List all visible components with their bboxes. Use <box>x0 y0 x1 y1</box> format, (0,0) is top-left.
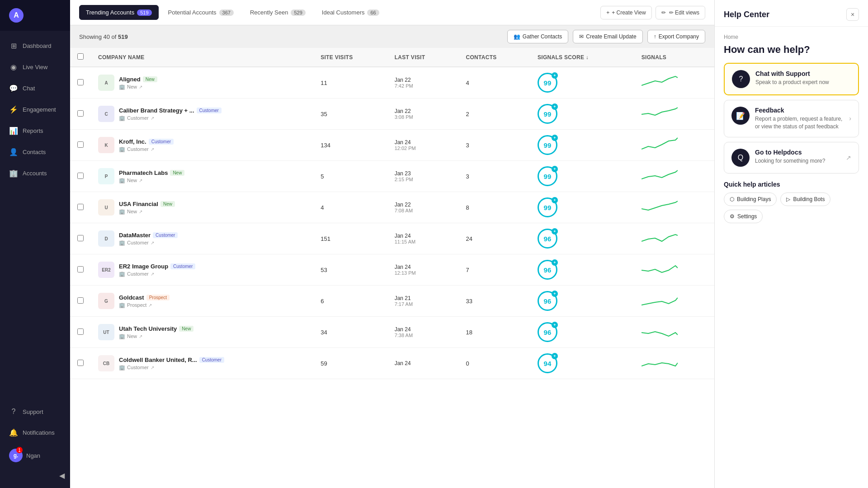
tab-label: Trending Accounts <box>86 9 134 16</box>
header-signals[interactable]: Signals <box>634 48 714 67</box>
sidebar-item-support[interactable]: ? Support <box>0 401 70 422</box>
help-center-header: Help Center × <box>715 0 868 27</box>
row-checkbox[interactable] <box>77 141 84 148</box>
contacts-cell: 18 <box>458 317 530 348</box>
feedback-card[interactable]: 📝 Feedback Report a problem, request a f… <box>724 100 859 137</box>
external-link-icon[interactable]: ↗ <box>148 303 152 308</box>
row-checkbox[interactable] <box>77 204 84 210</box>
row-checkbox[interactable] <box>77 235 84 241</box>
header-visits[interactable]: Site Visits <box>313 48 387 67</box>
external-link-icon[interactable]: ↗ <box>151 272 154 277</box>
tab-ideal-customers[interactable]: Ideal Customers 66 <box>315 5 386 20</box>
building-icon: 🏢 <box>119 365 125 371</box>
score-plus-icon: + <box>552 166 558 172</box>
edit-views-button[interactable]: ✏ ✏ Edit views <box>656 6 705 19</box>
quick-help-settings[interactable]: ⚙ Settings <box>724 210 763 223</box>
user-avatar-area[interactable]: g. Ngan 1 <box>0 443 70 468</box>
external-link-icon[interactable]: ↗ <box>139 84 142 89</box>
company-tag: New <box>143 76 157 82</box>
company-tag: Customer <box>170 263 195 269</box>
company-cell: ER2 ER2 Image Group Customer 🏢 Customer … <box>91 254 313 286</box>
signals-chart <box>642 168 678 183</box>
tab-trending-accounts[interactable]: Trending Accounts 519 <box>79 5 159 20</box>
header-score[interactable]: Signals Score ↓ <box>530 48 634 67</box>
company-info: USA Financial New 🏢 New ↗ <box>119 201 175 215</box>
tab-recently-seen[interactable]: Recently Seen 529 <box>243 5 312 20</box>
create-view-button[interactable]: + + Create View <box>600 6 652 19</box>
company-tag-label: New <box>127 209 137 214</box>
bots-icon: ▷ <box>786 196 790 202</box>
engagement-icon: ⚡ <box>9 105 18 114</box>
external-link-icon[interactable]: ↗ <box>151 365 154 370</box>
select-all-checkbox[interactable] <box>77 53 84 60</box>
row-checkbox[interactable] <box>77 110 84 117</box>
row-checkbox[interactable] <box>77 173 84 179</box>
last-visit-cell: Jan 23 2:15 PM <box>387 161 459 192</box>
row-checkbox[interactable] <box>77 266 84 272</box>
building-icon: 🏢 <box>119 240 125 246</box>
company-tag: Customer <box>199 357 224 363</box>
sidebar-item-dashboard[interactable]: ⊞ Dashboard <box>0 35 70 56</box>
quick-help-building-bots[interactable]: ▷ Building Bots <box>780 192 830 206</box>
contacts-cell: 3 <box>458 161 530 192</box>
row-checkbox[interactable] <box>77 297 84 304</box>
sidebar-item-chat[interactable]: 💬 Chat <box>0 78 70 99</box>
external-link-icon[interactable]: ↗ <box>151 147 154 152</box>
row-checkbox[interactable] <box>77 328 84 335</box>
company-tag-label: New <box>127 333 137 339</box>
help-center-close-button[interactable]: × <box>846 8 859 21</box>
tab-potential-accounts[interactable]: Potential Accounts 367 <box>161 5 241 20</box>
sidebar-item-notifications[interactable]: 🔔 Notifications <box>0 422 70 443</box>
create-email-button[interactable]: ✉ Create Email Update <box>573 30 642 43</box>
gather-contacts-button[interactable]: 👥 Gather Contacts <box>507 30 568 43</box>
export-button[interactable]: ↑ Export Company <box>647 30 705 43</box>
last-visit-time: 11:15 AM <box>395 239 452 244</box>
score-badge: 99 + <box>538 166 557 186</box>
last-visit-date: Jan 22 <box>395 108 452 114</box>
signals-chart <box>642 324 678 339</box>
company-logo: A <box>98 75 114 91</box>
sidebar-collapse-btn[interactable]: ◀ <box>0 468 70 483</box>
external-link-icon[interactable]: ↗ <box>139 209 142 214</box>
sidebar-item-accounts[interactable]: 🏢 Accounts <box>0 163 70 184</box>
company-tag: Customer <box>153 232 178 238</box>
sidebar-item-engagement[interactable]: ⚡ Engagement <box>0 99 70 120</box>
site-visits-cell: 34 <box>313 317 387 348</box>
app-logo-icon: A <box>9 8 24 23</box>
signals-cell <box>634 130 714 161</box>
quick-help-building-plays[interactable]: ⬡ Building Plays <box>724 192 777 206</box>
feedback-desc: Report a problem, request a feature, or … <box>755 115 844 131</box>
feedback-icon: 📝 <box>731 107 750 125</box>
last-visit-date: Jan 24 <box>395 139 452 145</box>
sidebar-nav: ⊞ Dashboard ◉ Live View 💬 Chat ⚡ Engagem… <box>0 31 70 401</box>
row-checkbox[interactable] <box>77 360 84 366</box>
company-name: Kroff, Inc. Customer <box>119 138 174 145</box>
chat-with-support-card[interactable]: ? Chat with Support Speak to a product e… <box>724 63 859 95</box>
external-link-icon[interactable]: ↗ <box>151 116 154 121</box>
external-link-icon[interactable]: ↗ <box>139 334 142 339</box>
external-link-icon[interactable]: ↗ <box>151 240 154 245</box>
row-checkbox[interactable] <box>77 79 84 85</box>
sidebar-item-reports[interactable]: 📊 Reports <box>0 120 70 141</box>
score-badge: 96 + <box>538 322 557 342</box>
header-contacts[interactable]: Contacts <box>458 48 530 67</box>
row-checkbox-cell <box>70 286 91 317</box>
signals-cell <box>634 161 714 192</box>
accounts-table: Company Name Site Visits Last Visit Cont… <box>70 48 714 379</box>
company-name: USA Financial New <box>119 201 175 207</box>
sidebar-item-contacts[interactable]: 👤 Contacts <box>0 141 70 163</box>
helpdocs-card[interactable]: Q Go to Helpdocs Looking for something m… <box>724 142 859 174</box>
help-center-panel: Help Center × Home How can we help? ? Ch… <box>714 0 868 488</box>
site-visits-cell: 151 <box>313 223 387 254</box>
last-visit-time: 7:42 PM <box>395 83 452 89</box>
sidebar-item-live-view[interactable]: ◉ Live View <box>0 56 70 78</box>
feedback-title: Feedback <box>755 107 844 114</box>
tab-count: 367 <box>219 9 234 16</box>
company-info: Pharmatech Labs New 🏢 New ↗ <box>119 169 184 183</box>
company-logo: C <box>98 106 114 122</box>
external-link-icon[interactable]: ↗ <box>139 178 142 183</box>
table-row: U USA Financial New 🏢 New ↗ 4 <box>70 192 714 223</box>
header-last-visit[interactable]: Last Visit <box>387 48 459 67</box>
company-cell: UT Utah Tech University New 🏢 New ↗ <box>91 317 313 348</box>
live-view-icon: ◉ <box>9 63 18 71</box>
